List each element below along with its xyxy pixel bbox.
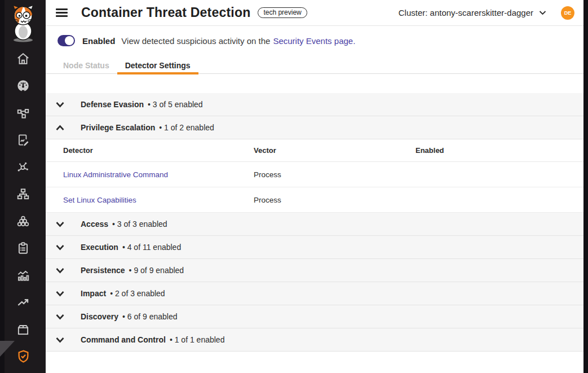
column-header-detector: Detector <box>46 146 254 155</box>
section-title: Execution <box>81 243 118 252</box>
section-summary: • 9 of 9 enabled <box>129 266 184 275</box>
section-title: Persistence <box>81 266 125 275</box>
tab-node-status[interactable]: Node Status <box>55 56 117 74</box>
vector-value: Process <box>254 196 415 204</box>
section-title: Privilege Escalation <box>81 123 155 132</box>
analytics-icon <box>16 268 30 283</box>
tab-bar: Node Status Detector Settings <box>46 56 583 74</box>
header-right: Cluster: antony-scarerskitter-dagger DE <box>399 6 574 20</box>
section-title: Access <box>81 220 108 229</box>
section-summary: • 3 of 5 enabled <box>148 100 203 109</box>
trending-up-icon <box>16 295 30 310</box>
sidebar-item-molecule[interactable] <box>12 156 34 178</box>
chevron-down-icon <box>55 244 65 251</box>
toggle-knob <box>422 201 431 209</box>
package-icon <box>16 322 30 337</box>
section-title: Defense Evasion <box>81 100 144 109</box>
section-summary: • 1 of 2 enabled <box>159 123 214 132</box>
sidebar-item-report-edit[interactable] <box>12 129 34 151</box>
toggle-knob <box>417 175 425 184</box>
enabled-description: View detected suspicious activity on the <box>121 36 270 46</box>
column-header-enabled: Enabled <box>415 146 583 155</box>
cluster-selector[interactable]: Cluster: antony-scarerskitter-dagger <box>399 8 546 17</box>
detector-link-linux-administrative-command[interactable]: Linux Administrative Command <box>63 170 168 179</box>
chevron-up-icon <box>55 124 65 131</box>
right-edge-strip <box>583 0 588 373</box>
section-title: Command and Control <box>81 335 166 344</box>
page-title: Container Threat Detection <box>81 5 250 20</box>
section-command-and-control[interactable]: Command and Control • 1 of 1 enabled <box>46 328 583 352</box>
chevron-down-icon <box>539 10 546 15</box>
table-row: Set Linux Capabilities Process <box>46 187 583 213</box>
section-impact[interactable]: Impact • 2 of 3 enabled <box>46 282 583 305</box>
chevron-down-icon <box>55 101 65 108</box>
section-summary: • 1 of 1 enabled <box>170 335 225 344</box>
left-edge-strip <box>0 0 5 373</box>
home-icon <box>16 51 30 66</box>
section-summary: • 6 of 9 enabled <box>122 312 178 321</box>
toggle-knob <box>65 36 74 45</box>
menu-button[interactable] <box>56 8 68 17</box>
chevron-down-icon <box>55 290 65 297</box>
top-header: Container Threat Detection tech preview … <box>46 0 583 26</box>
main-content: Enabled View detected suspicious activit… <box>46 26 583 373</box>
molecule-icon <box>16 160 30 174</box>
vector-value: Process <box>254 170 415 179</box>
section-summary: • 3 of 3 enabled <box>112 220 167 229</box>
tab-detector-settings[interactable]: Detector Settings <box>117 56 198 74</box>
section-privilege-escalation[interactable]: Privilege Escalation • 1 of 2 enabled <box>46 116 583 139</box>
sidebar-item-stacked-circles[interactable] <box>12 210 34 232</box>
table-row: Linux Administrative Command Process <box>46 162 583 187</box>
sidebar-item-sitemap[interactable] <box>12 183 34 205</box>
detector-link-set-linux-capabilities[interactable]: Set Linux Capabilities <box>63 196 136 204</box>
section-discovery[interactable]: Discovery • 6 of 9 enabled <box>46 305 583 328</box>
section-summary: • 4 of 11 enabled <box>122 243 181 252</box>
chevron-down-icon <box>55 336 65 344</box>
section-persistence[interactable]: Persistence • 9 of 9 enabled <box>46 259 583 282</box>
cluster-selector-label: Cluster: antony-scarerskitter-dagger <box>399 8 533 17</box>
sidebar-item-home[interactable] <box>12 47 34 70</box>
shield-check-icon <box>16 349 31 364</box>
hamburger-icon <box>56 8 68 10</box>
section-title: Impact <box>81 289 106 298</box>
gauge-icon <box>16 78 30 93</box>
detector-table: Detector Vector Enabled Linux Administra… <box>46 139 583 213</box>
avatar[interactable]: DE <box>561 6 574 20</box>
app-window: Container Threat Detection tech preview … <box>0 0 588 373</box>
sidebar <box>0 0 46 373</box>
section-execution[interactable]: Execution • 4 of 11 enabled <box>46 236 583 259</box>
sidebar-item-node-graph[interactable] <box>12 102 34 124</box>
sidebar-item-trending-up[interactable] <box>12 291 34 314</box>
cat-logo-image <box>7 4 39 43</box>
detection-enabled-toggle[interactable] <box>58 35 75 46</box>
section-title: Discovery <box>81 312 118 321</box>
sidebar-item-package[interactable] <box>12 318 34 341</box>
enabled-label: Enabled <box>82 36 115 46</box>
stacked-circles-icon <box>16 214 30 229</box>
sidebar-item-clipboard[interactable] <box>12 237 34 260</box>
section-defense-evasion[interactable]: Defense Evasion • 3 of 5 enabled <box>46 93 583 116</box>
column-header-vector: Vector <box>254 146 415 155</box>
chevron-down-icon <box>55 313 65 321</box>
chevron-down-icon <box>55 221 65 228</box>
sidebar-item-analytics[interactable] <box>12 264 34 287</box>
sidebar-item-gauge[interactable] <box>12 74 34 97</box>
cat-mascot-logo[interactable] <box>7 4 39 43</box>
node-graph-icon <box>16 106 30 120</box>
detector-table-header: Detector Vector Enabled <box>46 139 583 162</box>
detector-accordion: Defense Evasion • 3 of 5 enabled Privile… <box>46 93 583 352</box>
report-edit-icon <box>16 133 30 147</box>
enabled-row: Enabled View detected suspicious activit… <box>58 35 355 46</box>
sitemap-icon <box>16 187 30 201</box>
security-events-link[interactable]: Security Events page. <box>273 36 355 46</box>
section-summary: • 2 of 3 enabled <box>110 289 165 298</box>
section-access[interactable]: Access • 3 of 3 enabled <box>46 213 583 236</box>
tech-preview-badge: tech preview <box>258 7 307 18</box>
sidebar-item-security[interactable] <box>12 345 34 367</box>
chevron-down-icon <box>55 267 65 274</box>
clipboard-icon <box>16 241 30 256</box>
